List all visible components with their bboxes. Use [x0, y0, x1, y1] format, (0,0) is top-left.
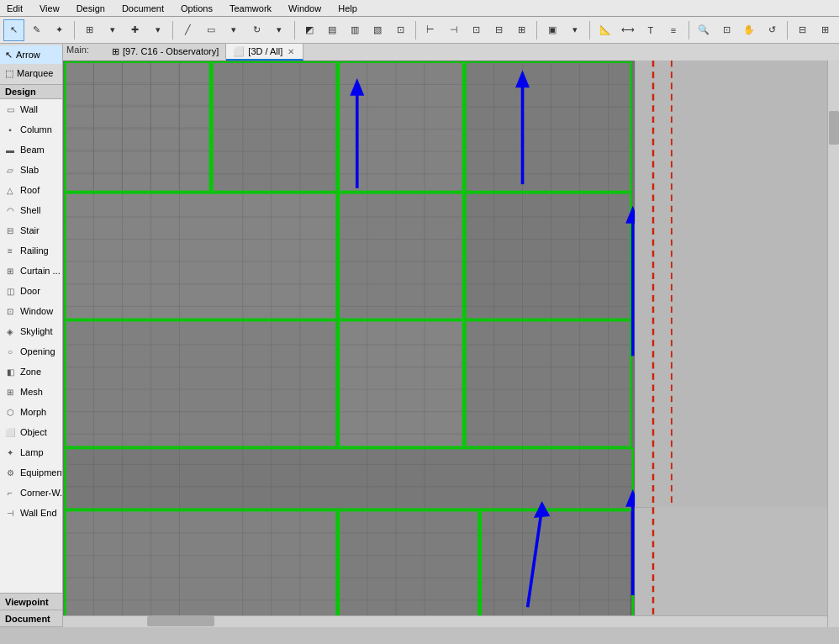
svg-rect-72	[65, 320, 336, 446]
svg-rect-24	[466, 320, 631, 446]
design-item-slab-label: Slab	[20, 165, 39, 175]
toolbar-view-3d[interactable]: ◩	[299, 19, 320, 41]
toolbar-dimension[interactable]: ⟷	[617, 19, 638, 41]
wall-end-icon: ⊣	[3, 506, 17, 520]
toolbar-view-detail[interactable]: ⊡	[390, 19, 411, 41]
menu-help[interactable]: Help	[335, 3, 361, 13]
menu-view[interactable]: View	[36, 3, 63, 13]
document-section[interactable]: Document	[0, 610, 62, 627]
toolbar-array[interactable]: ⊞	[511, 19, 532, 41]
toolbar-view-elev[interactable]: ▧	[367, 19, 388, 41]
toolbar-measure[interactable]: 📐	[594, 19, 615, 41]
svg-rect-68	[466, 62, 631, 192]
design-item-skylight[interactable]: ◈ Skylight	[0, 321, 62, 341]
design-item-mesh[interactable]: ⊞ Mesh	[0, 382, 62, 402]
svg-rect-19	[65, 193, 336, 319]
design-item-door[interactable]: ◫ Door	[0, 281, 62, 301]
toolbar-move[interactable]: ✚	[124, 19, 145, 41]
arrow-icon: ↖	[5, 50, 13, 61]
design-item-curtain[interactable]: ⊞ Curtain ...	[0, 261, 62, 281]
design-item-roof[interactable]: △ Roof	[0, 180, 62, 200]
design-item-object-label: Object	[20, 427, 47, 437]
viewport-svg	[63, 61, 839, 627]
toolbar-zoom-fit[interactable]: ⊡	[716, 19, 737, 41]
toolbar-rect[interactable]: ▭	[200, 19, 221, 41]
toolbar-extra-1[interactable]: ⊟	[792, 19, 813, 41]
toolbar-orbit[interactable]: ↺	[762, 19, 783, 41]
toolbar: ↖ ✎ ✦ ⊞ ▾ ✚ ▾ ╱ ▭ ▾ ↻ ▾ ◩ ▤ ▥ ▧ ⊡ ⊢ ⊣ ⊡ …	[0, 17, 839, 44]
toolbar-pan[interactable]: ✋	[739, 19, 760, 41]
svg-rect-67	[339, 62, 463, 192]
toolbar-view-floor[interactable]: ▤	[322, 19, 343, 41]
toolbar-rotate[interactable]: ↻	[246, 19, 267, 41]
menu-options[interactable]: Options	[177, 3, 216, 13]
tab-3d[interactable]: ⬜ [3D / All] ✕	[226, 44, 303, 61]
toolbar-align[interactable]: ≡	[663, 19, 684, 41]
menu-teamwork[interactable]: Teamwork	[226, 3, 275, 13]
design-item-wall[interactable]: ▭ Wall	[0, 99, 62, 119]
toolbar-extend[interactable]: ⊣	[443, 19, 464, 41]
design-item-opening[interactable]: ○ Opening	[0, 341, 62, 362]
viewpoint-section[interactable]: Viewpoint	[0, 594, 62, 610]
design-item-wall-label: Wall	[20, 104, 38, 114]
toolbar-pencil[interactable]: ✎	[26, 19, 47, 41]
design-item-beam[interactable]: ▬ Beam	[0, 140, 62, 160]
design-item-equipment[interactable]: ⚙ Equipment	[0, 462, 62, 483]
design-item-lamp[interactable]: ✦ Lamp	[0, 442, 62, 462]
hscroll-thumb[interactable]	[147, 616, 214, 626]
toolbar-line[interactable]: ╱	[177, 19, 198, 41]
svg-rect-9	[466, 62, 631, 192]
toolbar-fill[interactable]: ▣	[541, 19, 562, 41]
toolbar-extra-2[interactable]: ⊞	[815, 19, 836, 41]
toolbar-fill-drop[interactable]: ▾	[564, 19, 585, 41]
design-item-stair[interactable]: ⊟ Stair	[0, 220, 62, 240]
design-item-slab[interactable]: ▱ Slab	[0, 160, 62, 180]
design-item-wall-end[interactable]: ⊣ Wall End	[0, 503, 62, 523]
toolbar-text[interactable]: T	[640, 19, 661, 41]
menu-design[interactable]: Design	[73, 3, 108, 13]
toolbar-mirror[interactable]: ⊟	[488, 19, 509, 41]
svg-marker-84	[625, 206, 640, 224]
toolbar-eraser[interactable]: ✦	[49, 19, 70, 41]
toolbar-sep-6	[589, 21, 590, 40]
design-item-corner-w[interactable]: ⌐ Corner-W...	[0, 483, 62, 503]
toolbar-view-sect[interactable]: ▥	[345, 19, 366, 41]
menu-window[interactable]: Window	[285, 3, 325, 13]
tool-marquee[interactable]: ⬚ Marquee	[0, 64, 62, 82]
toolbar-snap-drop[interactable]: ▾	[102, 19, 123, 41]
left-panel: ↖ Arrow ⬚ Marquee Design ▭ Wall ▪ Column…	[0, 44, 63, 627]
svg-rect-76	[65, 510, 336, 626]
design-item-object[interactable]: ⬜ Object	[0, 422, 62, 442]
design-item-railing-label: Railing	[20, 245, 49, 256]
tab-floorplan[interactable]: ⊞ [97. C16 - Observatory]	[105, 44, 226, 61]
toolbar-zoom-in[interactable]: 🔍	[694, 19, 715, 41]
toolbar-rotate-drop[interactable]: ▾	[269, 19, 290, 41]
toolbar-snap-grid[interactable]: ⊞	[79, 19, 100, 41]
tool-arrow[interactable]: ↖ Arrow	[0, 45, 62, 64]
canvas-area[interactable]: 👁—	[63, 61, 839, 627]
svg-marker-82	[515, 70, 530, 87]
toolbar-offset[interactable]: ⊡	[466, 19, 487, 41]
tab-floorplan-label: [97. C16 - Observatory]	[123, 46, 219, 56]
toolbar-arrow-select[interactable]: ↖	[3, 19, 24, 41]
vscroll-thumb[interactable]	[829, 111, 839, 145]
toolbar-trim[interactable]: ⊢	[420, 19, 441, 41]
design-item-window-label: Window	[20, 306, 53, 316]
menu-document[interactable]: Document	[119, 3, 167, 13]
design-item-morph[interactable]: ⬡ Morph	[0, 402, 62, 422]
tab-3d-close[interactable]: ✕	[286, 46, 296, 56]
tool-panel: ↖ Arrow ⬚ Marquee	[0, 44, 62, 85]
design-item-railing[interactable]: ≡ Railing	[0, 240, 62, 261]
horizontal-scrollbar[interactable]	[63, 615, 827, 627]
toolbar-rect-drop[interactable]: ▾	[224, 19, 245, 41]
vertical-scrollbar[interactable]	[827, 61, 839, 627]
morph-icon: ⬡	[3, 405, 17, 419]
design-item-window[interactable]: ⊡ Window	[0, 301, 62, 321]
design-item-zone[interactable]: ◧ Zone	[0, 362, 62, 382]
design-item-shell[interactable]: ◠ Shell	[0, 200, 62, 220]
toolbar-move-drop[interactable]: ▾	[147, 19, 168, 41]
design-item-column[interactable]: ▪ Column	[0, 119, 62, 140]
svg-rect-77	[339, 510, 478, 626]
main-label: Main:	[63, 44, 92, 55]
menu-edit[interactable]: Edit	[3, 3, 26, 13]
